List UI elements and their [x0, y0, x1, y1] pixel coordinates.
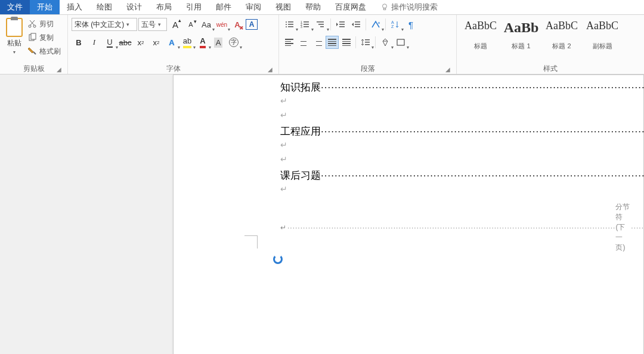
font-size-value: 五号 [141, 20, 156, 30]
svg-text:A: A [391, 20, 394, 24]
svg-rect-26 [355, 26, 360, 27]
align-left-button[interactable] [283, 36, 296, 49]
return-mark-icon: ↵ [280, 184, 287, 194]
section-break: ↵ ······································… [280, 202, 644, 253]
svg-rect-17 [304, 26, 309, 27]
underline-button[interactable]: U [103, 35, 117, 49]
tab-baidu[interactable]: 百度网盘 [328, 0, 373, 14]
toc-entry: 工程应用 ···································… [280, 125, 644, 138]
section-break-label: 分节符(下一页) [615, 202, 631, 253]
superscript-button[interactable]: x2 [149, 35, 163, 49]
paste-icon[interactable] [6, 18, 23, 37]
document-area[interactable]: 知识拓展 ···································… [0, 74, 644, 354]
asian-layout-button[interactable] [369, 17, 383, 32]
return-mark-icon: ↵ [280, 110, 287, 120]
tab-review[interactable]: 审阅 [239, 0, 268, 14]
align-right-button[interactable] [311, 36, 324, 49]
toc-title: 知识拓展 [280, 80, 321, 94]
change-case-button[interactable]: Aa [199, 17, 213, 32]
bullets-button[interactable] [283, 17, 297, 32]
group-paragraph: 123 AZ ¶ [279, 15, 457, 74]
bold-button[interactable]: B [72, 35, 86, 49]
style-card[interactable]: AaBbC副标题 [582, 17, 623, 54]
font-color-button[interactable]: A [196, 35, 210, 49]
subscript-button[interactable]: x2 [134, 35, 148, 49]
toc-entry: 知识拓展 ···································… [280, 80, 644, 94]
svg-point-6 [286, 21, 287, 23]
style-card[interactable]: AaBbC标题 2 [541, 17, 582, 54]
style-name: 标题 1 [512, 42, 530, 51]
grow-font-button[interactable]: A▴ [168, 17, 182, 32]
tab-mail[interactable]: 邮件 [209, 0, 239, 14]
font-name-combo[interactable]: 宋体 (中文正文)▾ [72, 18, 137, 31]
style-sample: AaBbC [586, 20, 618, 32]
style-card[interactable]: AaBbC标题 [460, 17, 501, 54]
highlight-button[interactable]: ab [180, 35, 194, 49]
tab-design[interactable]: 设计 [119, 0, 149, 14]
svg-point-8 [286, 24, 287, 25]
svg-text:Z: Z [391, 24, 394, 29]
increase-indent-button[interactable] [349, 17, 363, 32]
toc-title: 工程应用 [280, 125, 321, 138]
paragraph-group-label: 段落 [361, 64, 375, 74]
style-card[interactable]: AaBb标题 1 [501, 17, 541, 54]
toc-leader: ········································… [321, 170, 644, 182]
cut-button[interactable]: 剪切 [27, 18, 61, 30]
align-justify-button[interactable] [326, 36, 339, 49]
shrink-font-button[interactable]: A▾ [184, 17, 198, 32]
line-spacing-button[interactable] [358, 35, 373, 49]
align-distributed-button[interactable] [340, 36, 353, 49]
styles-group-label: 样式 [543, 64, 558, 74]
tab-insert[interactable]: 插入 [60, 0, 89, 14]
clear-formatting-button[interactable]: A✖ [230, 17, 244, 32]
clipboard-launcher[interactable]: ◢ [55, 66, 63, 73]
styles-gallery[interactable]: AaBbC标题AaBb标题 1AaBbC标题 2AaBbC副标题 [460, 17, 623, 54]
return-mark-icon: ↵ [280, 96, 287, 106]
tab-help[interactable]: 帮助 [298, 0, 328, 14]
shading-button[interactable] [378, 35, 392, 49]
phonetic-guide-button[interactable]: wén [215, 17, 229, 32]
svg-rect-24 [355, 21, 360, 23]
char-border-button[interactable]: A [246, 19, 258, 30]
italic-button[interactable]: I [87, 35, 101, 49]
numbering-button[interactable]: 123 [298, 17, 312, 32]
tab-draw[interactable]: 绘图 [89, 0, 119, 14]
tab-view[interactable]: 视图 [268, 0, 298, 14]
enclose-chars-button[interactable]: 字 [227, 35, 241, 49]
toc-leader: ········································… [321, 82, 644, 94]
multilevel-list-button[interactable] [314, 17, 328, 32]
borders-button[interactable] [394, 35, 408, 49]
return-mark-icon: ↵ [280, 140, 287, 150]
paragraph-launcher[interactable]: ◢ [444, 66, 451, 73]
text-effects-button[interactable]: A [165, 35, 179, 49]
svg-rect-29 [365, 39, 370, 41]
tab-file[interactable]: 文件 [0, 0, 30, 14]
svg-rect-11 [288, 26, 293, 27]
svg-point-3 [33, 25, 36, 27]
font-launcher[interactable]: ◢ [267, 66, 274, 73]
tab-references[interactable]: 引用 [179, 0, 209, 14]
svg-rect-1 [383, 8, 386, 10]
char-shading-button[interactable]: A [211, 35, 225, 49]
align-center-button[interactable] [297, 36, 310, 49]
tell-me-search[interactable]: 操作说明搜索 [373, 0, 445, 14]
clipboard-group-label: 剪贴板 [23, 64, 45, 74]
svg-point-2 [29, 25, 31, 27]
sort-button[interactable]: AZ [388, 17, 402, 32]
ribbon: 粘贴 ▾ 剪切 复制 格式刷 剪贴板 ◢ [0, 15, 644, 74]
format-painter-button[interactable]: 格式刷 [27, 45, 61, 57]
copy-button[interactable]: 复制 [27, 32, 61, 44]
brush-icon [27, 46, 37, 56]
show-marks-button[interactable]: ¶ [404, 17, 418, 32]
svg-text:3: 3 [301, 25, 302, 29]
decrease-indent-button[interactable] [333, 17, 348, 32]
copy-icon [27, 33, 37, 42]
tab-home[interactable]: 开始 [30, 0, 60, 14]
svg-rect-25 [355, 24, 360, 25]
strikethrough-button[interactable]: abc [118, 35, 132, 49]
font-size-combo[interactable]: 五号▾ [138, 18, 167, 31]
tab-layout[interactable]: 布局 [149, 0, 179, 14]
group-styles: AaBbC标题AaBb标题 1AaBbC标题 2AaBbC副标题 样式 [457, 15, 644, 74]
svg-point-0 [383, 4, 387, 8]
svg-rect-32 [397, 39, 404, 45]
